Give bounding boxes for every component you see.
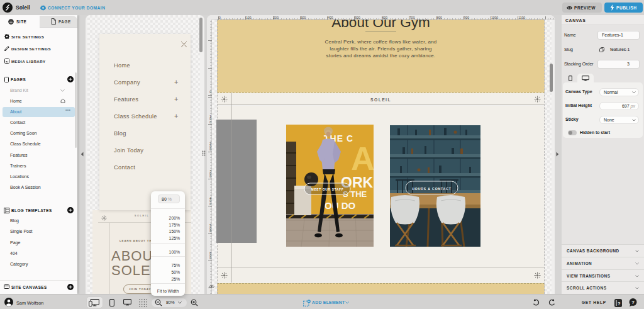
svg-text:HOURS & CONTACT: HOURS & CONTACT	[412, 187, 451, 191]
svg-text:?: ?	[631, 300, 635, 305]
svg-text:OU DO: OU DO	[325, 200, 356, 211]
svg-text:A: A	[351, 140, 374, 177]
svg-text:?: ?	[618, 300, 621, 306]
svg-text:MEET OUR STAFF: MEET OUR STAFF	[311, 188, 344, 191]
